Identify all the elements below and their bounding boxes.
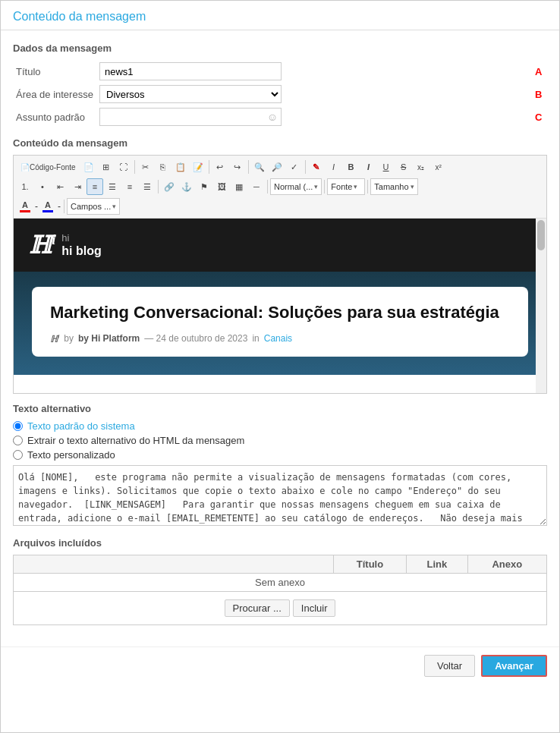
color-a-label2: A — [45, 200, 51, 209]
btn-align-justify[interactable]: ☰ — [139, 178, 156, 195]
radio-option2[interactable]: Extrair o texto alternativo do HTML da m… — [13, 435, 547, 446]
editor-toolbar: 📄 Código-Fonte 📄 ⊞ ⛶ ✂ ⎘ 📋 📝 ↩ ↪ 🔍 — [14, 156, 546, 219]
author-by: by — [64, 333, 74, 344]
btn-bg-color[interactable]: A — [39, 198, 56, 215]
article-date: — 24 de outubro de 2023 — [144, 333, 247, 344]
btn-hr[interactable]: ─ — [248, 178, 265, 195]
btn-source[interactable]: 📄 Código-Fonte — [17, 159, 80, 175]
btn-image[interactable]: 🖼 — [213, 178, 230, 195]
area-label: Área de interesse — [13, 83, 96, 105]
btn-underline-toolbar[interactable]: U — [378, 159, 395, 175]
btn-undo[interactable]: ↩ — [212, 159, 228, 175]
dropdown-font[interactable]: Fonte ▾ — [327, 178, 365, 195]
btn-italic2[interactable]: I — [360, 159, 377, 175]
voltar-button[interactable]: Voltar — [424, 655, 475, 677]
scrollbar-thumb[interactable] — [537, 220, 545, 250]
btn-superscript-toolbar[interactable]: x² — [430, 159, 447, 175]
badge-c: C — [532, 105, 547, 128]
files-table: Título Link Anexo Sem anexo Procurar ...… — [13, 555, 547, 625]
toolbar-row-2: 1. • ⇤ ⇥ ≡ ☰ ≡ ☰ 🔗 ⚓ ⚑ 🖼 ▦ ─ — [17, 177, 543, 197]
editor-content[interactable]: ℍi hi hi blog Marketing Conversacional: … — [14, 219, 546, 393]
assunto-input[interactable] — [99, 108, 282, 126]
radio-option3[interactable]: Texto personalizado — [13, 449, 547, 461]
sep4 — [305, 160, 306, 174]
area-row: Área de interesse Diversos Tecnologia Ma… — [13, 83, 547, 105]
hi-logo: ℍi hi hi blog — [29, 231, 102, 260]
dropdown-campos[interactable]: Campos ... ▾ — [67, 198, 120, 215]
alt-text-title: Texto alternativo — [13, 403, 547, 414]
article-title: Marketing Conversacional: Soluções para … — [50, 302, 510, 324]
dropdown-normal[interactable]: Normal (... ▾ — [270, 178, 322, 195]
blog-header: ℍi hi hi blog — [14, 219, 546, 272]
emoji-icon[interactable]: ☺ — [267, 111, 278, 123]
avancar-button[interactable]: Avançar — [481, 655, 547, 677]
titulo-label: Título — [13, 60, 96, 83]
badge-b: B — [532, 83, 547, 105]
btn-newdoc[interactable]: 📄 — [80, 159, 97, 175]
col-titulo-header: Título — [333, 555, 406, 574]
hi-blog-text: hi hi blog — [61, 232, 101, 259]
btn-format[interactable]: ✎ — [308, 159, 325, 175]
btn-fullscreen[interactable]: ⛶ — [115, 159, 132, 175]
btn-paste-text[interactable]: 📝 — [190, 159, 206, 175]
scrollbar-track[interactable] — [536, 219, 546, 393]
btn-italic-toolbar[interactable]: I — [326, 159, 342, 175]
btn-redo[interactable]: ↪ — [229, 159, 246, 175]
radio-label-3: Texto personalizado — [27, 449, 115, 461]
btn-align-left[interactable]: ≡ — [87, 178, 103, 195]
alt-textarea[interactable]: Olá [NOME], este programa não permite a … — [13, 465, 547, 526]
dados-section-title: Dados da mensagem — [13, 42, 547, 54]
btn-indent[interactable]: ⇥ — [69, 178, 86, 195]
titulo-input-cell — [96, 60, 532, 83]
main-container: Conteúdo da mensagem Dados da mensagem T… — [0, 0, 560, 733]
hi-logo-icon: ℍi — [29, 231, 55, 260]
btn-text-color[interactable]: A — [17, 198, 33, 215]
btn-copy[interactable]: ⎘ — [155, 159, 171, 175]
btn-cut[interactable]: ✂ — [137, 159, 154, 175]
btn-subscript-toolbar[interactable]: x₂ — [413, 159, 429, 175]
assunto-wrap: ☺ — [99, 108, 282, 126]
editor-section-title: Conteúdo da mensagem — [13, 137, 547, 149]
alt-text-section: Texto alternativo Texto padrão do sistem… — [13, 403, 547, 528]
col-anexo-header: Anexo — [467, 555, 546, 574]
dropdown-size-arrow: ▾ — [411, 183, 414, 190]
area-select[interactable]: Diversos Tecnologia Marketing Vendas — [99, 85, 282, 103]
color-underline-red — [20, 210, 30, 212]
radio-option1[interactable]: Texto padrão do sistema — [13, 420, 547, 432]
dropdown-font-arrow: ▾ — [354, 183, 357, 190]
btn-link[interactable]: 🔗 — [161, 178, 178, 195]
titulo-input[interactable] — [99, 62, 282, 80]
doc-icon: 📄 — [20, 163, 30, 171]
btn-align-right[interactable]: ≡ — [121, 178, 138, 195]
radio-input-1[interactable] — [13, 421, 23, 431]
btn-table[interactable]: ▦ — [231, 178, 247, 195]
col-link-header: Link — [407, 555, 467, 574]
btn-ul[interactable]: • — [34, 178, 51, 195]
dropdown-size[interactable]: Tamanho ▾ — [370, 178, 417, 195]
assunto-row: Assunto padrão ☺ C — [13, 105, 547, 128]
radio-input-2[interactable] — [13, 436, 23, 445]
btn-replace[interactable]: 🔎 — [269, 159, 285, 175]
btn-strike-toolbar[interactable]: S — [395, 159, 412, 175]
btn-bold-toolbar[interactable]: B — [343, 159, 360, 175]
area-input-cell: Diversos Tecnologia Marketing Vendas — [96, 83, 532, 105]
dropdown-size-label: Tamanho — [374, 182, 408, 191]
table-row-empty: Sem anexo — [14, 574, 547, 592]
btn-search[interactable]: 🔍 — [251, 159, 268, 175]
hi-small-icon: ℍi — [50, 333, 59, 344]
page-title: Conteúdo da mensagem — [13, 10, 547, 24]
radio-input-3[interactable] — [13, 450, 23, 460]
btn-flag[interactable]: ⚑ — [196, 178, 212, 195]
procurar-button[interactable]: Procurar ... — [225, 599, 290, 617]
btn-outdent[interactable]: ⇤ — [52, 178, 68, 195]
btn-spellcheck[interactable]: ✓ — [286, 159, 303, 175]
files-tbody: Sem anexo Procurar ... Incluir — [14, 574, 547, 625]
incluir-button[interactable]: Incluir — [293, 599, 336, 617]
btn-ol[interactable]: 1. — [17, 178, 33, 195]
btn-preview[interactable]: ⊞ — [98, 159, 115, 175]
files-section: Arquivos incluídos Título Link Anexo Sem… — [13, 537, 547, 625]
btn-anchor[interactable]: ⚓ — [178, 178, 195, 195]
btn-paste[interactable]: 📋 — [172, 159, 189, 175]
col-titulo — [14, 555, 334, 574]
btn-align-center[interactable]: ☰ — [104, 178, 121, 195]
